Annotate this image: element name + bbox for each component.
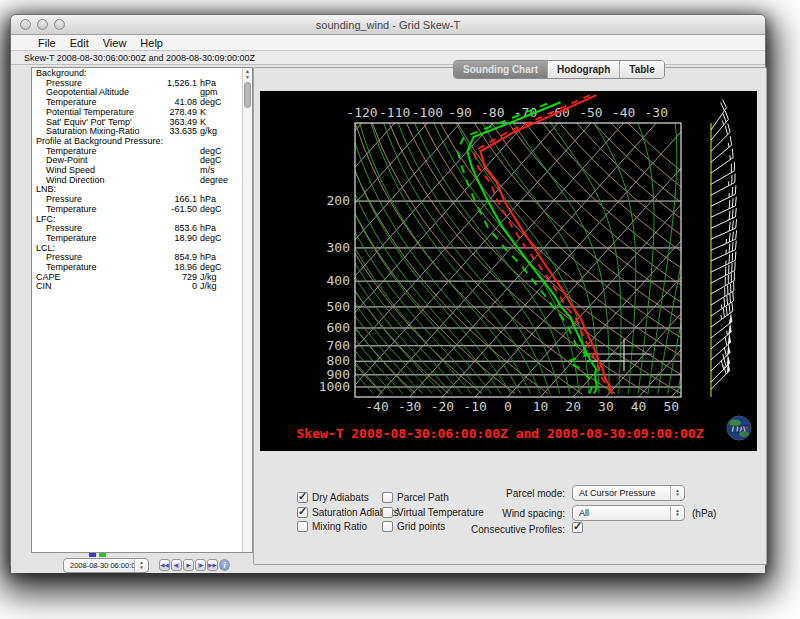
mixing-ratio-checkbox[interactable] [297,521,308,532]
skewt-chart-area[interactable]: 2003004005006007008009001000-40-30-20-10… [260,91,757,451]
menu-edit[interactable]: Edit [63,37,96,49]
zoom-window-icon[interactable] [54,19,65,30]
animation-controls: ◀◀◀|▶|▶▶▶i [159,559,230,571]
row-label: CIN [32,282,192,292]
scrollbar-arrows-icon[interactable]: ▲▼ [243,68,252,82]
row-label: Potential Temperature [32,108,169,118]
temperature-tick-label: -50 [579,105,602,120]
parcel-path-checkbox[interactable] [382,492,393,503]
pressure-tick-label: 600 [327,320,350,335]
sounding-chart-panel: 2003004005006007008009001000-40-30-20-10… [253,67,767,565]
parcel-mode-value: At Cursor Pressure [573,488,670,498]
grid-points-checkbox[interactable] [382,521,393,532]
pressure-tick-label: 500 [327,299,350,314]
pressure-tick-label: 200 [327,193,350,208]
row-label: LFC: [32,215,197,225]
parcel-mode-select[interactable]: At Cursor Pressure [572,485,685,501]
row-unit: g/kg [197,127,242,137]
go-last-button[interactable]: ▶▶ [207,559,218,571]
row-unit: degC [197,205,242,215]
consecutive-profiles-option [572,522,583,533]
play-button[interactable]: ▶ [183,559,194,571]
dry-adiabats-checkbox[interactable] [297,492,308,503]
temperature-tick-label: 30 [598,399,614,414]
tab-table[interactable]: Table [619,61,663,78]
option-label: Dry Adiabats [312,492,369,503]
row-value: 18.90 [174,234,197,244]
scrollbar-thumb[interactable] [244,82,251,108]
saturation-adiabats-checkbox[interactable] [297,507,308,518]
pressure-tick-label: 300 [327,240,350,255]
row-label: Sat' Equiv' Pot' Temp' [32,118,169,128]
temperature-tick-label: 10 [533,399,549,414]
tdv-logo-icon: TDV [727,416,751,440]
wind-spacing-select[interactable]: All [572,505,685,521]
row-unit: degree [197,176,242,186]
data-row: Saturation Mixing-Ratio33.635g/kg [32,127,242,137]
row-label: Pressure [32,253,174,263]
temperature-tick-label: -40 [365,399,388,414]
temperature-tick-label: -90 [448,105,471,120]
minimize-window-icon[interactable] [37,19,48,30]
temperature-tick-label: -20 [431,399,454,414]
menu-file[interactable]: File [31,37,63,49]
row-unit: degC [197,234,242,244]
animation-indicator-blue [89,553,96,557]
combo-stepper-icon [670,486,684,500]
data-row: Temperature41.08degC [32,98,242,108]
time-select[interactable]: 2008-08-30 06:00:00Z [63,558,149,573]
row-label: Temperature [32,263,174,273]
tab-hodograph[interactable]: Hodograph [547,61,619,78]
temperature-tick-label: 50 [663,399,679,414]
virtual-temperature-checkbox[interactable] [382,507,393,518]
skewt-chart[interactable]: 2003004005006007008009001000-40-30-20-10… [260,91,757,451]
title-bar[interactable]: sounding_wind - Grid Skew-T [11,15,765,35]
row-label: CAPE [32,273,182,283]
data-row: CIN0J/kg [32,282,242,292]
data-row: Temperature-61.50degC [32,205,242,215]
window-controls [20,19,65,30]
pressure-tick-label: 1000 [319,379,350,394]
row-label: Temperature [32,98,174,108]
menu-view[interactable]: View [96,37,134,49]
temperature-tick-label: -30 [398,399,421,414]
menu-bar: FileEditViewHelp [11,35,765,51]
info-button[interactable]: i [219,559,230,571]
go-first-button[interactable]: ◀◀ [159,559,170,571]
menu-help[interactable]: Help [133,37,170,49]
wind-spacing-value: All [573,508,670,518]
data-row: Wind Directiondegree [32,176,242,186]
temperature-tick-label: -10 [463,399,486,414]
row-value: 1,526.1 [167,79,197,89]
wind-spacing-unit-label: (hPa) [692,508,716,519]
sounding-data-panel: Background:Pressure1,526.1hPaGeopotentia… [31,67,253,553]
row-label: Pressure [32,224,174,234]
combo-stepper-icon [670,506,684,520]
consecutive-profiles-label: Consecutive Profiles: [414,524,565,535]
temperature-tick-label: 0 [504,399,512,414]
parcel-mode-label: Parcel mode: [414,488,565,499]
row-unit: J/kg [197,282,242,292]
temperature-tick-label: -100 [412,105,443,120]
step-back-button[interactable]: ◀| [171,559,182,571]
chart-caption: Skew-T 2008-08-30:06:00:00Z and 2008-08-… [297,426,704,441]
left-panel-scrollbar[interactable]: ▲▼ [242,68,252,552]
row-value: 33.635 [169,127,197,137]
time-select-value: 2008-08-30 06:00:00Z [64,561,134,570]
temperature-tick-label: -80 [481,105,504,120]
temperature-tick-label: -110 [379,105,410,120]
data-row: Temperature18.90degC [32,234,242,244]
close-window-icon[interactable] [20,19,31,30]
tab-sounding-chart[interactable]: Sounding Chart [454,61,547,78]
temperature-tick-label: 20 [565,399,581,414]
row-label: Geopotential Altitude [32,88,197,98]
temperature-tick-label: 40 [631,399,647,414]
option-label: Mixing Ratio [312,521,367,532]
row-label: Temperature [32,147,197,157]
app-window: sounding_wind - Grid Skew-T FileEditView… [10,14,766,570]
combo-stepper-icon [134,559,148,572]
step-forward-button[interactable]: |▶ [195,559,206,571]
row-value: -61.50 [171,205,197,215]
row-label: Saturation Mixing-Ratio [32,127,169,137]
consecutive-profiles-checkbox[interactable] [572,522,583,533]
